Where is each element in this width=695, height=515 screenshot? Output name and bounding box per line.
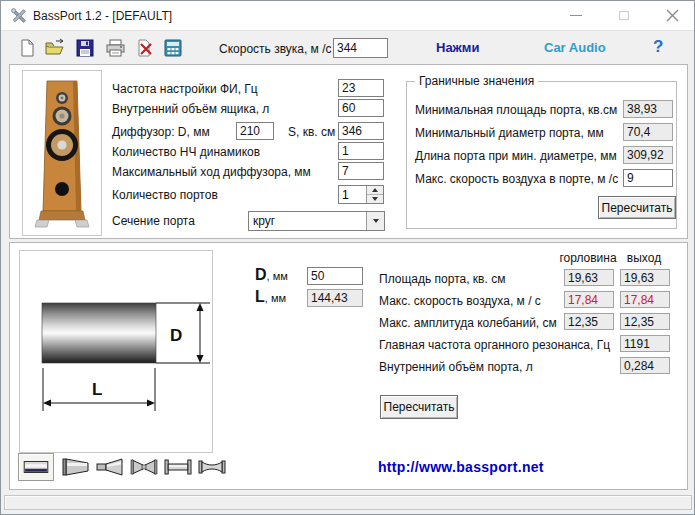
port-length-label: Длина порта при мин. диаметре, мм	[415, 149, 617, 163]
d-letter-label: D, мм	[255, 266, 288, 284]
minimize-button[interactable]	[557, 1, 595, 30]
press-link[interactable]: Нажми	[436, 40, 479, 55]
air-speed-throat: 17,84	[564, 291, 614, 308]
shape-double-flared-button[interactable]	[196, 456, 228, 478]
status-bar	[4, 495, 692, 510]
save-file-button[interactable]	[73, 37, 97, 58]
amplitude-exit: 12,35	[620, 313, 670, 330]
port-volume-value: 0,284	[620, 357, 670, 374]
port-area-label: Площадь порта, кв. см	[379, 272, 505, 286]
minimize-icon	[570, 15, 582, 16]
bassport-url-link[interactable]: http://www.bassport.net	[378, 459, 544, 475]
stepper-down-button[interactable]	[367, 194, 383, 203]
amplitude-label: Макс. амплитуда колебаний, см	[379, 316, 557, 330]
car-audio-link[interactable]: Car Audio	[544, 40, 606, 55]
port-diagram: D L	[19, 250, 213, 453]
shape-flanged-tube-button[interactable]	[162, 456, 194, 478]
new-file-button[interactable]	[15, 37, 39, 58]
min-port-diameter-label: Минимальный диаметр порта, мм	[415, 126, 604, 140]
recalculate-port-button[interactable]: Пересчитать	[380, 395, 458, 419]
column-throat-header: горловина	[558, 251, 618, 265]
min-port-area-label: Минимальная площадь порта, кв.см	[415, 103, 617, 117]
port-shape-cone-icon	[60, 456, 92, 478]
port-volume-label: Внутренний объём порта, л	[379, 360, 533, 374]
box-volume-input[interactable]	[338, 99, 384, 117]
app-tools-icon	[11, 8, 27, 24]
port-length-result: 144,43	[307, 289, 363, 307]
open-file-button[interactable]	[43, 37, 67, 58]
calculator-button[interactable]	[161, 37, 185, 58]
title-bar: BassPort 1.2 - [DEFAULT]	[1, 1, 694, 31]
amplitude-throat: 12,35	[564, 313, 614, 330]
svg-text:L: L	[92, 380, 102, 399]
min-port-area-value: 38,93	[623, 100, 673, 118]
arrow-down-icon	[372, 197, 378, 201]
port-shape-double-flared-icon	[196, 456, 228, 478]
open-folder-icon	[44, 38, 66, 58]
max-excursion-label: Максимальный ход диффузора, мм	[112, 165, 311, 179]
window-title: BassPort 1.2 - [DEFAULT]	[33, 9, 172, 23]
port-area-throat: 19,63	[564, 269, 614, 286]
tuning-frequency-input[interactable]	[338, 79, 384, 97]
port-diagram-drawing: D L	[20, 251, 212, 452]
chevron-down-icon	[373, 219, 379, 223]
parameters-panel: Частота настройки ФИ, Гц Внутренний объё…	[9, 64, 688, 239]
diffuser-area-input[interactable]	[338, 122, 384, 140]
dropdown-button[interactable]	[366, 212, 384, 230]
port-section-selected: круг	[249, 212, 366, 230]
limits-groupbox: Граничные значения Минимальная площадь п…	[406, 81, 677, 229]
woofer-count-input[interactable]	[338, 142, 384, 160]
maximize-button[interactable]	[605, 1, 643, 30]
help-link[interactable]: ?	[653, 37, 663, 57]
shape-double-cone-button[interactable]	[128, 456, 160, 478]
port-shape-cylinder-icon	[21, 457, 51, 477]
arrow-up-icon	[372, 188, 378, 192]
max-air-speed-label: Макс. скорость воздуха в порте, м /с	[415, 172, 618, 186]
stepper-up-button[interactable]	[367, 186, 383, 194]
maximize-icon	[619, 11, 629, 20]
organ-resonance-label: Главная частота органного резонанса, Гц	[379, 338, 610, 352]
port-count-label: Количество портов	[112, 188, 218, 202]
port-shape-double-cone-icon	[128, 456, 160, 478]
close-icon	[666, 9, 679, 22]
port-count-stepper[interactable]	[338, 185, 384, 204]
app-window: BassPort 1.2 - [DEFAULT]	[0, 0, 695, 515]
speed-of-sound-input[interactable]	[333, 38, 388, 58]
woofer-count-label: Количество НЧ динамиков	[112, 145, 260, 159]
air-speed-label: Макс. скорость воздуха, м / с	[379, 294, 541, 308]
shape-cone-button[interactable]	[60, 456, 92, 478]
port-section-label: Сечение порта	[112, 214, 195, 228]
max-excursion-input[interactable]	[338, 162, 384, 180]
tuning-frequency-label: Частота настройки ФИ, Гц	[112, 82, 258, 96]
diffuser-diameter-label: Диффузор: D, мм	[112, 125, 210, 139]
diffuser-area-label: S, кв. см	[288, 125, 335, 139]
save-floppy-icon	[75, 38, 95, 58]
speaker-image	[22, 70, 102, 236]
close-button[interactable]	[653, 1, 691, 30]
l-letter-label: L, мм	[255, 288, 286, 306]
limits-title: Граничные значения	[415, 74, 538, 88]
max-air-speed-input[interactable]	[623, 169, 673, 187]
printer-icon	[105, 38, 126, 58]
port-shape-flanged-tube-icon	[162, 456, 194, 478]
speaker-picture-icon	[23, 71, 101, 235]
shape-horn-button[interactable]	[94, 456, 126, 478]
port-shape-horn-icon	[94, 456, 126, 478]
delete-button[interactable]	[133, 37, 157, 58]
port-length-value: 309,92	[623, 146, 673, 164]
min-port-diameter-value: 70,4	[623, 123, 673, 141]
port-section-dropdown[interactable]: круг	[248, 211, 385, 231]
calculator-icon	[163, 38, 183, 58]
diffuser-diameter-input[interactable]	[236, 122, 274, 140]
port-count-input[interactable]	[339, 186, 366, 203]
new-file-icon	[17, 38, 37, 58]
air-speed-exit: 17,84	[620, 291, 670, 308]
shape-cylinder-button[interactable]	[18, 453, 54, 481]
recalculate-limits-button[interactable]: Пересчитать	[598, 196, 676, 219]
organ-resonance-value: 1191	[620, 335, 670, 352]
port-panel: D L D, мм L, мм 144,43 горловина выход П…	[9, 242, 688, 490]
box-volume-label: Внутренний объём ящика, л	[112, 102, 269, 116]
port-diameter-input[interactable]	[307, 267, 363, 285]
print-button[interactable]	[103, 37, 127, 58]
column-exit-header: выход	[616, 251, 672, 265]
